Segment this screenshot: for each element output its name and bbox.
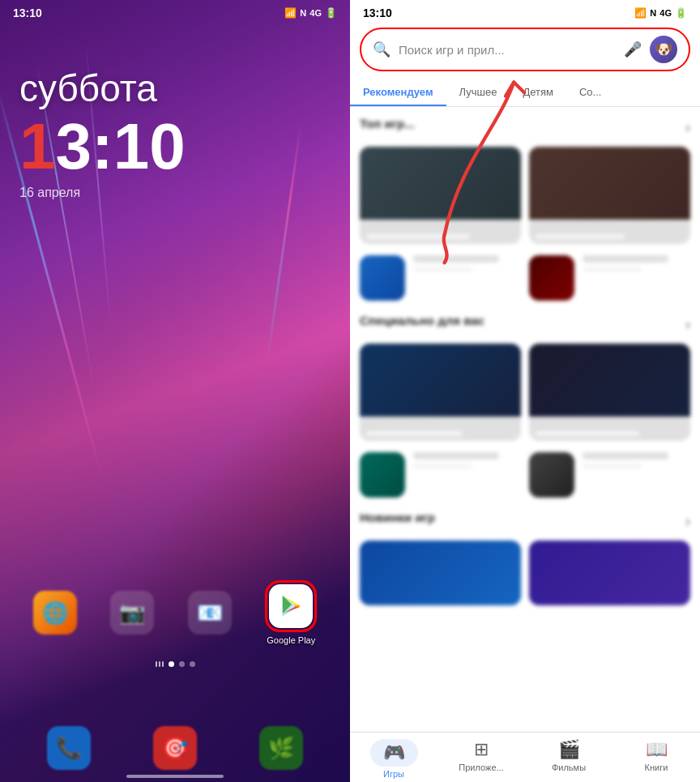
battery-icon-r: 🔋 bbox=[675, 7, 687, 19]
time-digit-white: 3:10 bbox=[56, 114, 186, 179]
google-play-triangle-icon bbox=[279, 594, 303, 618]
google-play-label: Google Play bbox=[267, 635, 315, 645]
more-icon-3: › bbox=[685, 513, 690, 530]
bottom-nav: 🎮 Игры ⊞ Приложе... 🎬 Фильмы 📖 Книги bbox=[350, 732, 700, 782]
section3-title: Новинки игр bbox=[360, 511, 435, 524]
status-bar-left: 13:10 📶 N 4G 🔋 bbox=[0, 0, 350, 26]
nav-books[interactable]: 📖 Книги bbox=[612, 739, 700, 779]
status-icons-right: 📶 N 4G 🔋 bbox=[634, 7, 687, 19]
tab-recommended[interactable]: Рекомендуем bbox=[350, 78, 446, 106]
game-mini-info-2 bbox=[583, 255, 690, 272]
left-phone-screen: 13:10 📶 N 4G 🔋 суббота 1 3:10 16 апреля … bbox=[0, 0, 350, 782]
game-card-6 bbox=[529, 541, 690, 605]
dock-phone[interactable]: 📞 bbox=[47, 726, 91, 770]
nav-apps[interactable]: ⊞ Приложе... bbox=[438, 739, 525, 779]
battery-icon: 🔋 bbox=[325, 7, 337, 19]
dot-line-1 bbox=[156, 661, 157, 667]
nfc-icon: N bbox=[300, 8, 306, 18]
app-icon-2[interactable]: 📷 bbox=[110, 591, 154, 635]
nfc-icon-r: N bbox=[650, 8, 656, 18]
games-row-1 bbox=[360, 147, 690, 244]
game-mini-info-1 bbox=[413, 255, 521, 272]
tab-best[interactable]: Лучшее bbox=[446, 78, 510, 106]
game-card-2 bbox=[529, 147, 690, 244]
mic-icon[interactable]: 🎤 bbox=[624, 41, 642, 58]
network-icon-r: 4G bbox=[659, 8, 672, 18]
page-dot-active bbox=[169, 661, 174, 667]
status-time-left: 13:10 bbox=[13, 6, 42, 19]
books-nav-icon: 📖 bbox=[646, 739, 668, 760]
section1-title: Топ игр... bbox=[360, 117, 415, 130]
time-display: 1 3:10 bbox=[19, 114, 331, 179]
dot-line-3 bbox=[162, 661, 164, 667]
more-icon-2: › bbox=[685, 316, 690, 333]
games-row-3 bbox=[360, 541, 690, 605]
google-play-app[interactable]: Google Play bbox=[265, 580, 317, 645]
app-grid: 🌐 📷 📧 bbox=[0, 580, 350, 677]
dock-app2[interactable]: 🎯 bbox=[153, 726, 197, 770]
app-icon-1[interactable]: 🌐 bbox=[33, 591, 77, 635]
apps-nav-icon: ⊞ bbox=[474, 739, 489, 760]
dot-line-2 bbox=[159, 661, 160, 667]
game-card-3 bbox=[360, 344, 521, 441]
status-icons-left: 📶 N 4G 🔋 bbox=[284, 7, 337, 19]
search-bar-container: 🔍 Поиск игр и прил... 🎤 🐶 bbox=[350, 23, 700, 78]
game-mini-icon-2 bbox=[529, 255, 574, 301]
game-mini-info-4 bbox=[583, 452, 690, 469]
game-card-1 bbox=[360, 147, 521, 244]
nav-movies[interactable]: 🎬 Фильмы bbox=[525, 739, 612, 779]
game-mini-1 bbox=[360, 255, 690, 301]
tab-kids[interactable]: Детям bbox=[510, 78, 566, 106]
nav-books-label: Книги bbox=[645, 763, 668, 772]
page-dot-3 bbox=[190, 661, 195, 667]
app1-icon: 🌐 bbox=[42, 600, 68, 626]
game-mini-icon-3 bbox=[360, 452, 405, 498]
dock-app3[interactable]: 🌿 bbox=[259, 726, 303, 770]
play-store-content: Топ игр... › bbox=[350, 107, 700, 732]
nav-apps-label: Приложе... bbox=[459, 763, 503, 772]
games-nav-icon: 🎮 bbox=[383, 742, 405, 763]
games-row-2 bbox=[360, 344, 690, 441]
app-icon-dock3: 🌿 bbox=[268, 736, 294, 761]
date-label: 16 апреля bbox=[19, 186, 331, 200]
tab-more[interactable]: Со... bbox=[566, 78, 614, 106]
section2-title: Специально для вас bbox=[360, 314, 484, 327]
game-card-4 bbox=[529, 344, 690, 441]
tabs-row: Рекомендуем Лучшее Детям Со... bbox=[350, 78, 700, 107]
search-placeholder-text: Поиск игр и прил... bbox=[399, 43, 616, 57]
time-digit-red: 1 bbox=[19, 114, 56, 179]
status-time-right: 13:10 bbox=[363, 6, 392, 19]
game-mini-icon-1 bbox=[360, 255, 405, 301]
user-avatar[interactable]: 🐶 bbox=[650, 36, 677, 63]
page-dot-2 bbox=[179, 661, 185, 667]
app-icon-3[interactable]: 📧 bbox=[188, 591, 232, 635]
app3-icon: 📧 bbox=[197, 600, 223, 626]
page-dots bbox=[16, 661, 334, 667]
status-bar-right: 13:10 📶 N 4G 🔋 bbox=[350, 0, 700, 23]
app-row-1: 🌐 📷 📧 bbox=[16, 580, 334, 645]
movies-nav-icon: 🎬 bbox=[558, 739, 580, 760]
nav-games[interactable]: 🎮 Игры bbox=[350, 739, 438, 779]
app-icon-dock2: 🎯 bbox=[162, 736, 188, 761]
right-google-play-screen: 13:10 📶 N 4G 🔋 🔍 Поиск игр и прил... 🎤 🐶… bbox=[350, 0, 700, 782]
nav-games-pill: 🎮 bbox=[370, 739, 418, 767]
nav-games-label: Игры bbox=[383, 769, 404, 779]
wifi-icon: 📶 bbox=[634, 7, 647, 19]
day-label: суббота bbox=[19, 66, 331, 110]
app2-icon: 📷 bbox=[119, 600, 145, 626]
nav-movies-label: Фильмы bbox=[552, 763, 586, 772]
game-mini-icon-4 bbox=[529, 452, 574, 498]
search-bar[interactable]: 🔍 Поиск игр и прил... 🎤 🐶 bbox=[360, 28, 690, 71]
bottom-dock: 📞 🎯 🌿 bbox=[0, 726, 350, 770]
signal-icon: 📶 bbox=[284, 7, 297, 19]
more-icon: › bbox=[685, 119, 690, 136]
game-card-5 bbox=[360, 541, 521, 605]
phone-icon: 📞 bbox=[56, 736, 82, 761]
search-icon: 🔍 bbox=[373, 41, 391, 58]
google-play-icon-bg bbox=[269, 584, 313, 628]
network-icon: 4G bbox=[309, 8, 322, 18]
game-mini-2 bbox=[360, 452, 690, 498]
game-mini-info-3 bbox=[413, 452, 521, 469]
avatar-icon: 🐶 bbox=[655, 41, 672, 58]
home-indicator bbox=[126, 775, 224, 778]
